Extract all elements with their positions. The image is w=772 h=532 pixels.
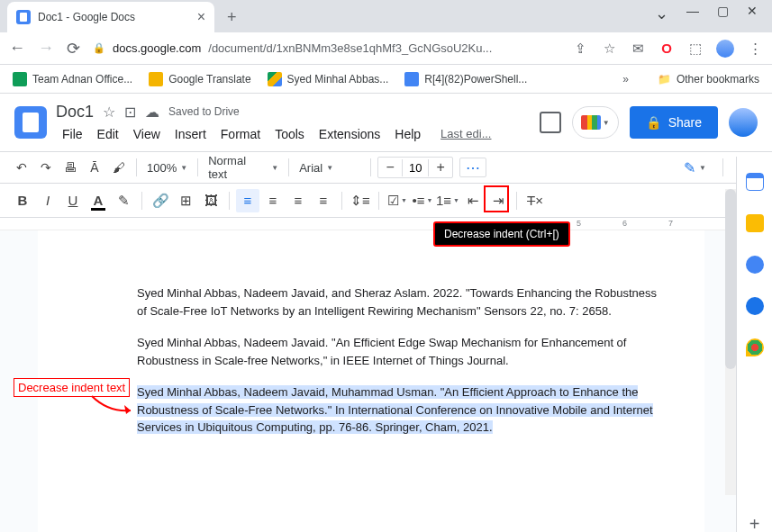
align-left-button[interactable]: ≡ bbox=[236, 189, 259, 212]
extensions-icon[interactable]: ⬚ bbox=[687, 41, 704, 57]
close-tab-icon[interactable]: × bbox=[197, 9, 205, 25]
comment-history-icon[interactable] bbox=[540, 112, 561, 133]
forward-button[interactable]: → bbox=[38, 39, 54, 58]
align-justify-button[interactable]: ≡ bbox=[312, 189, 335, 212]
maps-icon[interactable] bbox=[746, 338, 764, 356]
insert-image-button[interactable]: 🖼 bbox=[199, 189, 223, 212]
reload-button[interactable]: ⟳ bbox=[67, 39, 80, 59]
bookmark-item[interactable]: Syed Minhal Abbas... bbox=[268, 72, 389, 86]
increase-indent-button[interactable]: ⇥ bbox=[486, 189, 510, 212]
tasks-icon[interactable] bbox=[746, 256, 764, 274]
more-toolbar-button[interactable]: ⋯ bbox=[459, 158, 486, 177]
star-icon[interactable]: ☆ bbox=[103, 104, 115, 121]
menu-view[interactable]: View bbox=[127, 125, 167, 143]
align-right-button[interactable]: ≡ bbox=[286, 189, 310, 212]
extension-opera-icon[interactable]: O bbox=[658, 41, 675, 57]
underline-button[interactable]: U bbox=[61, 189, 85, 212]
ruler[interactable]: 5 6 7 bbox=[0, 218, 772, 230]
font-size-increase[interactable]: + bbox=[429, 158, 452, 177]
last-edit-link[interactable]: Last edi... bbox=[434, 125, 497, 143]
profile-avatar-small[interactable] bbox=[716, 40, 734, 58]
minimize-icon[interactable]: — bbox=[686, 4, 699, 23]
maximize-icon[interactable]: ▢ bbox=[717, 4, 729, 23]
paragraph-style-dropdown[interactable]: Normal text▼ bbox=[204, 154, 282, 181]
meet-button[interactable]: ▼ bbox=[572, 106, 619, 139]
translate-icon bbox=[149, 72, 163, 86]
paragraph[interactable]: Syed Minhal Abbas, Nadeem Javaid. "An Ef… bbox=[137, 334, 668, 369]
checklist-button[interactable]: ☑▼ bbox=[386, 189, 409, 212]
new-tab-button[interactable]: + bbox=[227, 8, 237, 27]
calendar-icon[interactable] bbox=[746, 173, 764, 191]
pen-icon: ✎ bbox=[684, 159, 695, 176]
spellcheck-button[interactable]: Ā bbox=[84, 157, 105, 178]
paragraph[interactable]: Syed Minhal Abbas, Nadeem Javaid, and Sh… bbox=[137, 284, 668, 320]
italic-button[interactable]: I bbox=[36, 189, 59, 212]
move-folder-icon[interactable]: ⊡ bbox=[124, 104, 136, 121]
paragraph-selected[interactable]: Syed Minhal Abbas, Nadeem Javaid, Muhamm… bbox=[137, 383, 668, 437]
insert-link-button[interactable]: 🔗 bbox=[149, 189, 172, 212]
undo-button[interactable]: ↶ bbox=[11, 157, 32, 178]
document-page[interactable]: Syed Minhal Abbas, Nadeem Javaid, and Sh… bbox=[38, 230, 704, 532]
add-comment-button[interactable]: ⊞ bbox=[174, 189, 197, 212]
clear-formatting-button[interactable]: T× bbox=[523, 189, 547, 212]
bold-button[interactable]: B bbox=[11, 189, 34, 212]
font-size-decrease[interactable]: − bbox=[378, 158, 402, 177]
cloud-saved-icon[interactable]: ☁ bbox=[145, 104, 159, 121]
print-button[interactable]: 🖶 bbox=[59, 157, 81, 178]
drive-icon bbox=[268, 72, 282, 86]
folder-icon: 📁 bbox=[658, 73, 671, 86]
keep-icon[interactable] bbox=[746, 214, 764, 232]
add-on-plus-icon[interactable]: + bbox=[749, 514, 760, 532]
bookmark-item[interactable]: Google Translate bbox=[149, 72, 250, 86]
paint-format-button[interactable]: 🖌 bbox=[108, 157, 130, 178]
scrollbar-thumb[interactable] bbox=[725, 189, 736, 369]
meet-icon bbox=[581, 115, 601, 130]
extension-mail-icon[interactable]: ✉ bbox=[630, 41, 646, 57]
other-bookmarks[interactable]: 📁Other bookmarks bbox=[658, 73, 759, 86]
document-title[interactable]: Doc1 bbox=[56, 103, 94, 122]
close-window-icon[interactable]: ✕ bbox=[747, 4, 758, 23]
menu-insert[interactable]: Insert bbox=[168, 125, 213, 143]
line-spacing-button[interactable]: ⇕≡ bbox=[349, 189, 372, 212]
contacts-icon[interactable] bbox=[746, 297, 764, 315]
editing-mode-button[interactable]: ✎▼ bbox=[684, 159, 706, 176]
scrollbar[interactable] bbox=[725, 189, 736, 495]
bookmark-star-icon[interactable]: ☆ bbox=[601, 41, 617, 57]
redo-button[interactable]: ↷ bbox=[35, 157, 57, 178]
tooltip: Decrease indent (Ctrl+[) bbox=[433, 221, 570, 247]
side-panel: + bbox=[736, 157, 772, 532]
bookmarks-overflow-icon[interactable]: » bbox=[622, 73, 629, 86]
docs-logo[interactable] bbox=[14, 106, 47, 139]
menu-extensions[interactable]: Extensions bbox=[313, 125, 386, 143]
font-dropdown[interactable]: Arial▼ bbox=[295, 161, 364, 175]
annotation-arrow bbox=[90, 394, 144, 421]
toolbar-primary: ↶ ↷ 🖶 Ā 🖌 100%▼ Normal text▼ Arial▼ − 10… bbox=[0, 151, 772, 184]
share-url-icon[interactable]: ⇪ bbox=[572, 41, 588, 57]
menu-help[interactable]: Help bbox=[388, 125, 427, 143]
bulleted-list-button[interactable]: •≡▼ bbox=[411, 189, 434, 212]
browser-menu-icon[interactable]: ⋮ bbox=[747, 41, 763, 57]
back-button[interactable]: ← bbox=[9, 39, 25, 58]
svg-marker-0 bbox=[124, 405, 131, 414]
text-color-button[interactable]: A bbox=[86, 189, 110, 212]
numbered-list-button[interactable]: 1≡▼ bbox=[436, 189, 459, 212]
chevron-down-icon[interactable]: ⌄ bbox=[655, 4, 668, 23]
menu-format[interactable]: Format bbox=[214, 125, 267, 143]
highlight-color-button[interactable]: ✎ bbox=[112, 189, 135, 212]
font-size-value[interactable]: 10 bbox=[402, 159, 429, 176]
align-center-button[interactable]: ≡ bbox=[261, 189, 285, 212]
account-avatar[interactable] bbox=[729, 108, 758, 137]
menu-file[interactable]: File bbox=[56, 125, 89, 143]
window-controls: ⌄ — ▢ ✕ bbox=[655, 4, 772, 32]
browser-tab[interactable]: Doc1 - Google Docs × bbox=[7, 2, 214, 32]
zoom-dropdown[interactable]: 100%▼ bbox=[143, 161, 191, 175]
url-box[interactable]: 🔒 docs.google.com/document/d/1xnBNMm3e8s… bbox=[93, 41, 559, 55]
bookmark-item[interactable]: Team Adnan Office... bbox=[13, 72, 132, 86]
menu-tools[interactable]: Tools bbox=[268, 125, 311, 143]
bookmarks-bar: Team Adnan Office... Google Translate Sy… bbox=[0, 65, 772, 94]
tab-title: Doc1 - Google Docs bbox=[38, 11, 190, 23]
bookmark-item[interactable]: R[4](82)PowerShell... bbox=[404, 72, 527, 86]
menu-edit[interactable]: Edit bbox=[91, 125, 125, 143]
decrease-indent-button[interactable]: ⇤ bbox=[461, 189, 485, 212]
share-button[interactable]: 🔒Share bbox=[630, 106, 718, 139]
